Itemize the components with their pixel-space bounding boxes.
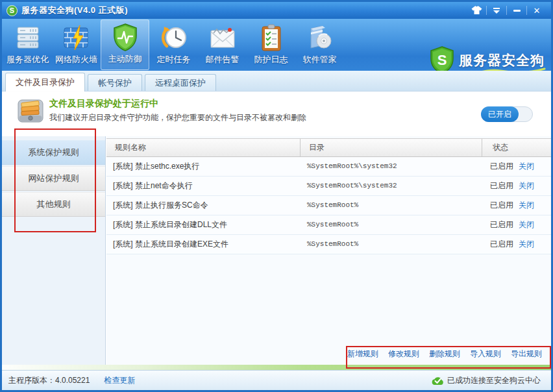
cloud-status: 已成功连接至安全狗云中心: [431, 375, 541, 386]
rules-panel: 规则名称 目录 状态 [系统] 禁止sethc.exe执行 %SystemRoo…: [106, 136, 551, 365]
clock-icon: [160, 23, 188, 53]
toolbar-item-server-optimize[interactable]: 服务器优化: [3, 19, 52, 70]
rule-actions: 新增规则 修改规则 删除规则 导入规则 导出规则: [347, 349, 542, 360]
sidebar-item-website-rules[interactable]: 网站保护规则: [2, 166, 105, 191]
shield-pulse-icon: [112, 22, 139, 52]
log-clipboard-icon: [258, 23, 284, 53]
minus-icon: [513, 10, 521, 12]
rule-status: 已启用关闭: [482, 235, 551, 254]
statusbar: 主程序版本：4.0.05221 检查更新 已成功连接至安全狗云中心: [2, 370, 551, 390]
delete-rule-link[interactable]: 删除规则: [429, 349, 460, 360]
rule-category-sidebar: 系统保护规则 网站保护规则 其他规则: [2, 136, 106, 365]
menu-button[interactable]: [487, 4, 506, 17]
content-area: 文件及目录保护处于运行中 我们建议开启目录文件守护功能，保护您重要的文件与目录不…: [2, 92, 551, 365]
banner-subtitle: 我们建议开启目录文件守护功能，保护您重要的文件与目录不被篡改和删除: [49, 112, 306, 123]
rule-status: 已启用关闭: [482, 157, 551, 176]
check-update-link[interactable]: 检查更新: [104, 375, 135, 386]
safedog-s-icon: S: [6, 5, 18, 16]
disable-rule-link[interactable]: 关闭: [519, 201, 534, 210]
sidebar-item-system-rules[interactable]: 系统保护规则: [2, 140, 105, 165]
toolbar-item-protection-log[interactable]: 防护日志: [247, 19, 295, 70]
rule-name: [系统] 禁止系统目录创建EXE文件: [106, 235, 301, 254]
disable-rule-link[interactable]: 关闭: [519, 220, 534, 229]
titlebar: S 服务器安全狗(V4.0 正式版) ✕: [2, 2, 551, 19]
cloud-status-text: 已成功连接至安全狗云中心: [447, 375, 541, 386]
server-icon: [14, 23, 42, 53]
version-label: 主程序版本：4.0.05221: [8, 375, 90, 386]
disable-rule-link[interactable]: 关闭: [519, 181, 534, 190]
tab-account-protection[interactable]: 帐号保护: [88, 74, 142, 91]
toolbar-item-firewall[interactable]: 网络防火墙: [52, 19, 101, 70]
brand-text: 服务器安全狗: [459, 51, 545, 69]
toolbar-item-label: 主动防御: [108, 53, 142, 65]
toolbar-item-mail-alert[interactable]: 邮件告警: [198, 19, 247, 70]
status-text: 已启用: [490, 239, 513, 249]
rule-status: 已启用关闭: [482, 177, 551, 195]
toggle-on-label: 已开启: [481, 106, 519, 122]
window-controls: ✕: [467, 4, 547, 17]
column-header-rule-name: 规则名称: [106, 139, 301, 156]
cloud-check-icon: [431, 376, 445, 386]
rule-directory: %SystemRoot%: [301, 215, 482, 234]
toolbar-item-scheduled-tasks[interactable]: 定时任务: [149, 19, 198, 70]
table-header: 规则名称 目录 状态: [106, 138, 551, 157]
rule-directory: %SystemRoot%: [301, 235, 482, 254]
rule-name: [系统] 禁止net命令执行: [106, 177, 301, 195]
import-rule-link[interactable]: 导入规则: [470, 349, 501, 360]
rule-name: [系统] 禁止sethc.exe执行: [106, 157, 301, 176]
svg-text:S: S: [437, 52, 447, 68]
add-rule-link[interactable]: 新增规则: [347, 349, 378, 360]
rule-status: 已启用关闭: [482, 196, 551, 215]
table-row: [系统] 禁止sethc.exe执行 %SystemRoot%\system32…: [106, 157, 551, 177]
rule-name: [系统] 禁止执行服务SC命令: [106, 196, 301, 215]
firewall-icon: [62, 23, 91, 53]
tab-file-directory-protection[interactable]: 文件及目录保护: [5, 73, 85, 92]
close-button[interactable]: ✕: [527, 4, 547, 17]
column-header-status: 状态: [482, 139, 551, 156]
rule-status: 已启用关闭: [482, 215, 551, 234]
banner-title: 文件及目录保护处于运行中: [49, 98, 158, 110]
toolbar-item-label: 软件管家: [303, 54, 337, 66]
toolbar-item-software-manager[interactable]: 软件管家: [295, 19, 344, 70]
status-text: 已启用: [490, 201, 513, 210]
disable-rule-link[interactable]: 关闭: [519, 239, 534, 249]
toolbar-item-label: 定时任务: [157, 54, 191, 66]
toolbar: 服务器优化 网络防火墙 主动防御: [2, 19, 551, 71]
rule-name: [系统] 禁止系统目录创建DLL文件: [106, 215, 301, 234]
table-row: [系统] 禁止系统目录创建DLL文件 %SystemRoot% 已启用关闭: [106, 215, 551, 235]
x-icon: ✕: [534, 6, 541, 15]
protection-toggle[interactable]: 已开启: [481, 106, 533, 122]
skin-button[interactable]: [467, 4, 486, 17]
export-rule-link[interactable]: 导出规则: [511, 349, 542, 360]
toolbar-item-label: 网络防火墙: [55, 54, 97, 66]
tab-remote-desktop-protection[interactable]: 远程桌面保护: [145, 74, 216, 91]
window-title: 服务器安全狗(V4.0 正式版): [21, 5, 128, 16]
software-box-icon: [306, 23, 334, 53]
modify-rule-link[interactable]: 修改规则: [388, 349, 419, 360]
status-text: 已启用: [490, 162, 513, 171]
table-row: [系统] 禁止系统目录创建EXE文件 %SystemRoot% 已启用关闭: [106, 235, 551, 254]
toolbar-item-active-defense[interactable]: 主动防御: [101, 19, 149, 70]
tab-strip: 文件及目录保护 帐号保护 远程桌面保护: [2, 71, 551, 92]
status-banner: 文件及目录保护处于运行中 我们建议开启目录文件守护功能，保护您重要的文件与目录不…: [2, 92, 551, 136]
statusbar-gradient-strip: [2, 365, 551, 370]
disable-rule-link[interactable]: 关闭: [519, 162, 534, 171]
app-window: S 服务器安全狗(V4.0 正式版) ✕: [0, 0, 553, 392]
rule-directory: %SystemRoot%\system32: [301, 177, 482, 195]
folders-icon: [18, 98, 43, 127]
toolbar-item-label: 邮件告警: [206, 54, 240, 66]
rule-directory: %SystemRoot%: [301, 196, 482, 215]
toolbar-item-label: 服务器优化: [6, 54, 49, 66]
mail-icon: [208, 23, 237, 53]
status-text: 已启用: [490, 181, 513, 190]
shirt-icon: [471, 6, 482, 15]
minimize-button[interactable]: [507, 4, 526, 17]
sidebar-item-other-rules[interactable]: 其他规则: [2, 192, 105, 217]
toolbar-item-label: 防护日志: [254, 54, 288, 66]
caret-down-icon: [493, 8, 500, 14]
table-row: [系统] 禁止net命令执行 %SystemRoot%\system32 已启用…: [106, 177, 551, 196]
table-row: [系统] 禁止执行服务SC命令 %SystemRoot% 已启用关闭: [106, 196, 551, 215]
status-text: 已启用: [490, 220, 513, 229]
column-header-directory: 目录: [301, 139, 482, 156]
rule-directory: %SystemRoot%\system32: [301, 157, 482, 176]
